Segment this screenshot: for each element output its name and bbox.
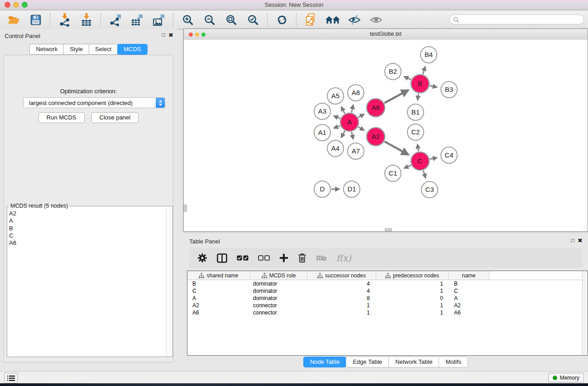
edge-A-A2[interactable] (358, 127, 364, 130)
table-cell[interactable]: A (449, 295, 489, 301)
mcds-result-list[interactable]: A2ABCA6 (7, 209, 167, 357)
search-input[interactable] (449, 14, 584, 24)
import-network-icon[interactable] (57, 13, 72, 27)
float-panel-icon[interactable]: □ (162, 32, 165, 38)
tab-style[interactable]: Style (63, 44, 89, 55)
export-image-icon[interactable] (151, 13, 167, 27)
table-cell[interactable]: connector (250, 302, 307, 309)
column-header-successor-nodes[interactable]: successor nodes (307, 271, 376, 280)
edge-B-B1[interactable] (417, 94, 418, 100)
zoom-in-icon[interactable] (180, 13, 196, 27)
edge-B-B3[interactable] (430, 86, 437, 87)
canvas-hscroll-thumb[interactable] (385, 228, 392, 231)
zoom-out-icon[interactable] (202, 13, 217, 27)
zoom-selected-icon[interactable] (245, 13, 261, 27)
edge-A-A3[interactable] (334, 116, 340, 119)
table-cell[interactable]: A2 (187, 302, 250, 309)
node-C4[interactable]: C4 (441, 147, 457, 163)
node-A3[interactable]: A3 (314, 103, 330, 119)
close-panel-icon[interactable]: ✖ (168, 32, 173, 38)
tab-select[interactable]: Select (89, 44, 118, 55)
optimization-dropdown[interactable]: largest connected component (directed) (23, 97, 165, 108)
table-cell[interactable]: dominator (250, 281, 307, 287)
refresh-view-icon[interactable] (274, 13, 290, 27)
edge-B-B2[interactable] (404, 76, 411, 80)
table-cell[interactable]: 0 (376, 295, 449, 301)
table-cell[interactable]: 1 (376, 281, 449, 287)
node-A4[interactable]: A4 (327, 140, 344, 157)
table-cell[interactable]: 4 (307, 288, 376, 294)
node-C[interactable]: C (411, 152, 429, 170)
table-cell[interactable]: connector (250, 310, 307, 316)
result-item[interactable]: A2 (7, 210, 167, 217)
table-close-icon[interactable]: ✖ (578, 237, 583, 244)
save-session-icon[interactable] (28, 13, 43, 27)
home-icon[interactable] (325, 13, 340, 27)
network-window-titlebar[interactable]: testGlobe.txt (184, 29, 588, 40)
hide-unselected-icon[interactable] (347, 13, 362, 27)
network-canvas[interactable]: B4B2BB3A5A8A6A3B1AA1C2A2A4A7C4CC1C3DD1 (184, 40, 588, 231)
column-header-predecessor-nodes[interactable]: predecessor nodes (376, 271, 449, 280)
edge-C-C4[interactable] (430, 157, 437, 159)
select-all-icon[interactable] (237, 255, 249, 261)
result-item[interactable]: A (7, 217, 167, 224)
result-item[interactable]: B (7, 225, 167, 232)
node-B[interactable]: B (411, 75, 429, 93)
edge-A-A8[interactable] (352, 105, 354, 112)
table-row[interactable]: A6connector11A6 (187, 309, 588, 316)
node-A1[interactable]: A1 (314, 124, 330, 141)
column-header-MCDS-role[interactable]: MCDS role (250, 271, 307, 280)
table-row[interactable]: Adominator80A (187, 295, 588, 302)
edge-A2-C[interactable] (384, 142, 408, 155)
table-cell[interactable]: A2 (449, 302, 489, 309)
result-item[interactable]: A6 (7, 239, 167, 247)
tab-edge-table[interactable]: Edge Table (346, 357, 389, 367)
resize-grip-icon[interactable] (582, 223, 587, 231)
edge-A-A4[interactable] (341, 131, 345, 138)
task-history-button[interactable] (4, 373, 18, 383)
table-cell[interactable]: dominator (250, 288, 307, 294)
table-cell[interactable]: A6 (449, 310, 489, 316)
tab-mcds[interactable]: MCDS (117, 44, 147, 55)
tab-network-table[interactable]: Network Table (388, 357, 439, 367)
edge-C-C1[interactable] (404, 165, 411, 168)
table-float-icon[interactable]: □ (571, 237, 574, 244)
table-cell[interactable]: dominator (250, 295, 307, 301)
add-column-icon[interactable] (279, 253, 288, 262)
network-graph[interactable]: B4B2BB3A5A8A6A3B1AA1C2A2A4A7C4CC1C3DD1 (184, 40, 588, 231)
table-cell[interactable]: A (187, 295, 250, 301)
edge-B-B4[interactable] (423, 67, 425, 74)
node-B1[interactable]: B1 (407, 104, 424, 120)
edge-C-C3[interactable] (423, 171, 426, 178)
node-A7[interactable]: A7 (348, 143, 364, 159)
table-cell[interactable]: A6 (187, 310, 250, 316)
import-table-icon[interactable] (79, 13, 94, 27)
export-network-icon[interactable] (108, 13, 123, 27)
node-B4[interactable]: B4 (421, 47, 437, 63)
close-panel-button[interactable]: Close panel (91, 112, 139, 123)
edge-A6-B[interactable] (384, 90, 408, 103)
table-cell[interactable]: 1 (307, 310, 376, 316)
memory-button[interactable]: Memory (548, 373, 584, 382)
table-row[interactable]: Cdominator41C (187, 287, 588, 295)
deselect-all-icon[interactable] (258, 255, 270, 261)
table-cell[interactable]: 1 (376, 288, 449, 294)
table-cell[interactable]: C (449, 288, 489, 294)
table-row[interactable]: Bdominator41B (187, 280, 588, 287)
edge-A-A5[interactable] (341, 107, 345, 114)
node-D[interactable]: D (314, 181, 330, 197)
node-B3[interactable]: B3 (441, 81, 457, 98)
show-all-icon[interactable] (368, 13, 384, 27)
node-B2[interactable]: B2 (385, 63, 401, 80)
table-cell[interactable]: B (449, 281, 489, 287)
table-cell[interactable]: C (187, 288, 250, 294)
edge-C-C2[interactable] (417, 144, 418, 152)
table-scrollbar[interactable] (582, 271, 588, 355)
tab-node-table[interactable]: Node Table (303, 357, 347, 367)
settings-gear-icon[interactable] (197, 253, 207, 263)
edge-A-A1[interactable] (334, 126, 340, 128)
zoom-fit-icon[interactable] (224, 13, 239, 27)
column-header-shared-name[interactable]: shared name (187, 271, 250, 280)
export-table-icon[interactable] (129, 13, 145, 27)
table-cell[interactable]: 1 (376, 310, 449, 316)
